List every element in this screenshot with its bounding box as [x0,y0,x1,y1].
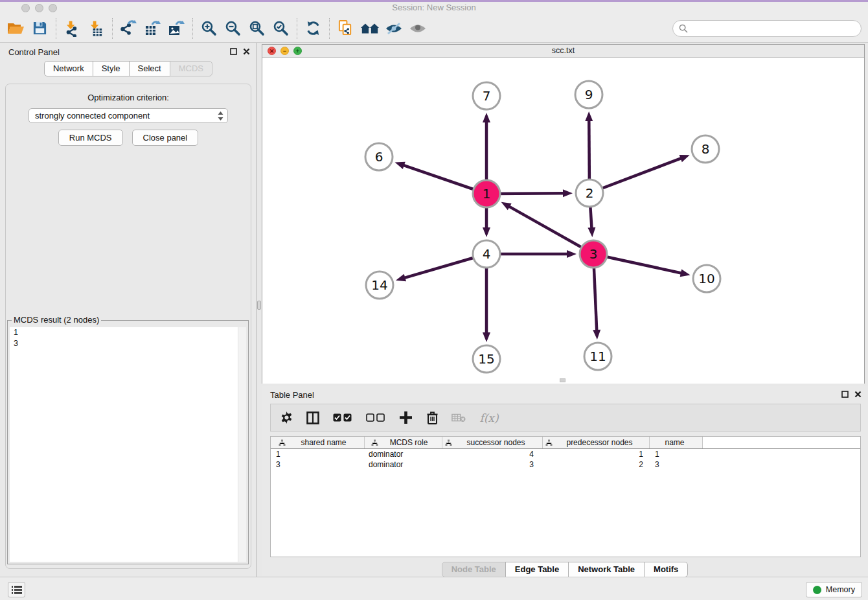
mcds-result-line: 3 [10,338,246,349]
table-settings-button[interactable] [279,411,293,425]
node-table: shared name MCDS role successor nodes pr… [270,436,861,557]
control-panel-tabs: Network Style Select MCDS [0,61,257,76]
column-header-icon [545,439,553,446]
split-view-button[interactable] [306,411,320,425]
window-resize-handle[interactable] [560,378,565,382]
home-button[interactable] [358,17,382,40]
export-image-button[interactable] [165,17,188,40]
memory-button[interactable]: Memory [806,582,862,597]
show-all-button[interactable] [405,17,429,40]
import-table-button[interactable] [84,17,108,40]
graph-edge-arrowhead [563,189,573,197]
graph-node-14[interactable]: 14 [366,271,393,299]
copy-button[interactable] [334,17,358,40]
network-window-title: scc.txt [262,46,864,55]
tab-select[interactable]: Select [129,61,170,76]
column-header-icon [445,439,452,446]
float-panel-icon[interactable] [230,48,237,55]
tab-edge-table[interactable]: Edge Table [505,562,569,577]
network-window-titlebar[interactable]: ✕ − + scc.txt [262,45,864,58]
graph-edge-arrowhead [585,111,593,121]
graph-node-3[interactable]: 3 [580,240,607,268]
tab-style[interactable]: Style [93,61,130,76]
tab-node-table[interactable]: Node Table [442,562,506,577]
graph-node-4[interactable]: 4 [473,240,500,268]
open-folder-icon [7,21,25,36]
table-row[interactable]: 3dominator323 [271,459,860,470]
graph-edge-arrowhead [680,155,690,162]
export-image-icon [168,20,185,37]
zoom-fit-button[interactable] [245,17,269,40]
svg-text:7: 7 [483,88,491,104]
import-network-button[interactable] [60,17,84,40]
tab-mcds[interactable]: MCDS [170,61,212,76]
select-all-button[interactable] [332,411,353,425]
tab-network-table[interactable]: Network Table [568,562,645,577]
run-mcds-button[interactable]: Run MCDS [58,130,123,146]
delete-column-button[interactable] [425,411,439,425]
graph-node-8[interactable]: 8 [692,135,719,163]
search-input[interactable] [692,23,861,34]
network-graph: 7968124314101511 [262,58,864,384]
graph-node-10[interactable]: 10 [693,265,720,292]
graph-node-6[interactable]: 6 [365,143,393,170]
delete-table-button[interactable] [451,411,466,425]
home-icon [360,21,380,36]
column-header-icon [371,439,378,446]
criterion-select[interactable]: strongly connected component [29,108,228,123]
graph-node-1[interactable]: 1 [473,180,500,207]
graph-edge-2-8[interactable] [589,158,682,193]
graph-node-15[interactable]: 15 [473,345,500,373]
float-panel-icon[interactable] [841,391,849,398]
hide-selected-button[interactable] [382,17,405,40]
svg-text:4: 4 [483,246,491,262]
fx-icon: f(x) [479,411,498,424]
close-panel-button[interactable]: Close panel [132,130,199,146]
zoom-out-button[interactable] [221,17,245,40]
task-history-button[interactable] [8,582,25,597]
close-panel-icon[interactable] [854,391,862,398]
graph-node-2[interactable]: 2 [576,179,603,207]
mcds-result-list[interactable]: 13 [10,327,246,562]
tab-network[interactable]: Network [44,61,93,76]
column-header-predecessor-nodes[interactable]: predecessor nodes [543,437,650,448]
save-session-button[interactable] [28,17,52,40]
refresh-button[interactable] [301,17,325,40]
graph-node-9[interactable]: 9 [575,81,602,108]
scrollbar-track[interactable] [238,327,246,562]
tab-motifs[interactable]: Motifs [644,562,688,577]
zoom-in-button[interactable] [197,17,221,40]
table-cell: 4 [442,450,543,459]
search-box[interactable] [672,20,862,37]
accent-strip [0,0,868,2]
criterion-select-value: strongly connected component [35,111,218,121]
app-titlebar: Session: New Session [0,0,868,14]
table-row[interactable]: 1dominator411 [271,449,860,459]
select-stepper-icon [218,111,223,121]
table-cell: 1 [271,450,365,459]
export-network-button[interactable] [117,17,141,40]
zoom-selected-button[interactable] [269,17,293,40]
refresh-icon [305,20,321,36]
graph-node-7[interactable]: 7 [473,82,500,110]
add-column-button[interactable] [398,411,413,425]
network-canvas[interactable]: 7968124314101511 [262,58,864,384]
close-panel-icon[interactable] [243,48,250,55]
export-table-button[interactable] [141,17,165,40]
column-header-successor-nodes[interactable]: successor nodes [442,437,543,448]
graph-edge-3-1[interactable] [508,206,593,254]
graph-node-11[interactable]: 11 [584,343,611,370]
function-builder-button[interactable]: f(x) [478,411,500,425]
column-header-mcds-role[interactable]: MCDS role [365,437,442,448]
panel-splitter-handle[interactable] [257,301,261,310]
main-toolbar [0,14,868,43]
graph-edge-arrowhead [567,250,577,258]
open-session-button[interactable] [4,17,28,40]
svg-text:8: 8 [702,141,710,157]
graph-edge-arrowhead [593,330,600,340]
column-header-name[interactable]: name [650,437,703,448]
deselect-all-button[interactable] [365,411,386,425]
zoom-fit-icon [249,20,266,37]
column-header-shared-name[interactable]: shared name [271,437,365,448]
table-cell: dominator [365,460,442,469]
